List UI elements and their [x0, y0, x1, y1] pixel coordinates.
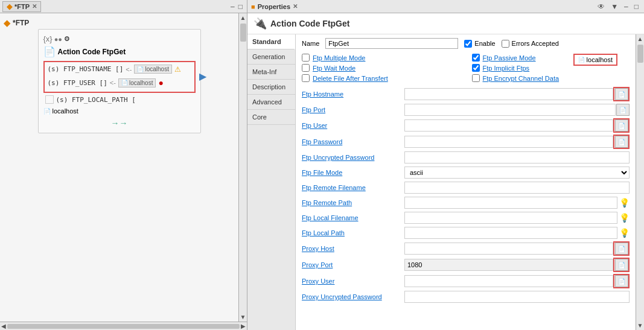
ftp-password-btn[interactable]: 📄	[615, 136, 628, 148]
right-scroll-thumb[interactable]	[637, 45, 643, 63]
properties-tab[interactable]: ■ Properties ✕	[251, 3, 298, 10]
ftp-file-mode-select[interactable]: ascii binary	[404, 167, 630, 179]
ftp-uncrypted-password-input[interactable]	[404, 151, 630, 163]
ftp-hostname-label[interactable]: Ftp Hostname	[302, 90, 404, 98]
name-input[interactable]	[325, 38, 458, 49]
ftp-implicit-ftps-link[interactable]: Ftp Implicit Ftps	[483, 65, 530, 72]
cb-ftp-wait-mode[interactable]	[302, 64, 310, 72]
sidebar-item-standard[interactable]: Standard	[247, 34, 295, 49]
ftp-user-label[interactable]: Ftp User	[302, 122, 404, 129]
ftp-user-btn[interactable]: 📄	[615, 119, 628, 132]
cb-ftp-passive-mode[interactable]	[472, 54, 480, 62]
cb-delete-file[interactable]	[302, 74, 310, 82]
minimize-right-btn[interactable]: –	[622, 2, 630, 11]
sidebar-item-description[interactable]: Description	[247, 80, 295, 95]
user-badge: 📄 localhost	[118, 78, 156, 87]
sidebar-item-generation[interactable]: Generation	[247, 49, 295, 65]
ftp-port-btn[interactable]: 📄	[616, 104, 630, 116]
scroll-down-btn[interactable]: ▼	[239, 313, 247, 322]
enable-checkbox[interactable]	[464, 40, 472, 48]
node-title: 📄 Action Code FtpGet	[43, 46, 196, 57]
table-row: (s) FTP_LOCAL_PATH [	[43, 94, 196, 105]
errors-accepted-checkbox[interactable]	[502, 40, 509, 48]
action-header: 🔌 Action Code FtpGet	[247, 13, 644, 34]
proxy-user-btn-group: 📄	[613, 274, 630, 288]
ftp-local-filename-input[interactable]	[404, 212, 617, 224]
cb-ftp-encrypt[interactable]	[472, 74, 480, 82]
scroll-up-btn[interactable]: ▲	[239, 13, 247, 22]
vertical-scrollbar-left[interactable]: ▲ ▼	[238, 13, 247, 322]
ftp-remote-path-input[interactable]	[404, 197, 617, 209]
cb-ftp-multiple-mode[interactable]	[302, 54, 310, 62]
chevron-down-icon[interactable]: ▼	[609, 2, 620, 11]
sidebar-item-core[interactable]: Core	[247, 110, 295, 125]
ftp-user-btn-group: 📄	[613, 118, 630, 133]
ftp-port-input[interactable]	[404, 104, 616, 116]
enable-label: Enable	[474, 40, 495, 47]
proxy-user-label[interactable]: Proxy User	[302, 278, 404, 285]
ftp-passive-mode-link[interactable]: Ftp Passive Mode	[483, 54, 536, 62]
ftp-password-label[interactable]: Ftp Password	[302, 138, 404, 145]
proxy-host-input[interactable]	[404, 243, 613, 255]
name-label: Name	[302, 40, 319, 47]
maximize-btn[interactable]: □	[237, 2, 244, 11]
ftp-tab-close[interactable]: ✕	[32, 3, 37, 10]
enable-row: Enable	[464, 40, 495, 48]
delete-file-link[interactable]: Delete File After Transfert	[313, 75, 388, 82]
ftp-encrypt-link[interactable]: Ftp Encrypt Channel Data	[483, 75, 560, 82]
proxy-uncrypted-password-input[interactable]	[404, 291, 630, 303]
option-delete-file: Delete File After Transfert	[302, 74, 460, 82]
node-name: Action Code FtpGet	[58, 48, 126, 56]
proxy-user-btn[interactable]: 📄	[615, 275, 628, 287]
ftp-remote-filename-label[interactable]: Ftp Remote Filename	[302, 184, 404, 191]
right-scroll-down-btn[interactable]: ▼	[636, 321, 644, 330]
hscroll-thumb[interactable]	[7, 324, 240, 329]
footer-label: localhost	[53, 107, 78, 115]
ftp-password-input[interactable]	[404, 136, 613, 148]
scroll-thumb[interactable]	[240, 24, 246, 42]
proxy-port-label[interactable]: Proxy Port	[302, 261, 404, 268]
view-icon[interactable]: 👁	[596, 2, 607, 11]
ftp-file-mode-label[interactable]: Ftp File Mode	[302, 169, 404, 176]
ftp-tab[interactable]: ◆ *FTP ✕	[2, 1, 41, 12]
form-row-ftp-password: Ftp Password 📄	[302, 135, 630, 149]
ftp-hostname-input[interactable]	[404, 88, 613, 100]
ftp-user-input[interactable]	[404, 119, 613, 132]
form-section: Ftp Hostname 📄 Ftp Port 📄 Ftp User	[302, 87, 630, 303]
ftp-local-filename-lightbulb: 💡	[619, 213, 630, 223]
ftp-local-path-input[interactable]	[404, 227, 617, 239]
right-arrow: ▶	[199, 71, 206, 82]
properties-tab-close[interactable]: ✕	[293, 3, 298, 10]
cb-ftp-implicit-ftps[interactable]	[472, 64, 480, 72]
minimize-btn[interactable]: –	[229, 2, 237, 11]
right-scroll-up-btn[interactable]: ▲	[636, 34, 644, 43]
proxy-host-label[interactable]: Proxy Host	[302, 245, 404, 252]
ftp-uncrypted-password-label[interactable]: Ftp Uncrypted Password	[302, 154, 404, 161]
proxy-host-btn[interactable]: 📄	[615, 243, 628, 255]
hscroll-left-btn[interactable]: ◀	[1, 323, 6, 329]
ftp-hostname-btn[interactable]: 📄	[615, 88, 628, 100]
form-row-ftp-file-mode: Ftp File Mode ascii binary	[302, 166, 630, 179]
proxy-uncrypted-password-label[interactable]: Proxy Uncrypted Password	[302, 293, 404, 300]
ftp-local-filename-label[interactable]: Ftp Local Filename	[302, 214, 404, 221]
ftp-wait-mode-link[interactable]: Ftp Wait Mode	[313, 65, 355, 72]
horizontal-scrollbar[interactable]: ◀ ▶	[0, 322, 247, 330]
ftp-multiple-mode-link[interactable]: Ftp Multiple Mode	[313, 54, 365, 62]
proxy-user-input[interactable]	[404, 275, 613, 287]
form-row-ftp-local-path: Ftp Local Path 💡	[302, 226, 630, 240]
ftp-tab-label: *FTP	[14, 3, 30, 10]
ftp-remote-filename-input[interactable]	[404, 182, 630, 194]
ftp-local-path-label[interactable]: Ftp Local Path	[302, 229, 404, 236]
proxy-port-btn[interactable]: 📄	[615, 259, 628, 271]
sidebar-item-advanced[interactable]: Advanced	[247, 95, 295, 110]
form-row-ftp-remote-filename: Ftp Remote Filename	[302, 181, 630, 194]
ftp-remote-path-label[interactable]: Ftp Remote Path	[302, 199, 404, 206]
ftp-port-label[interactable]: Ftp Port	[302, 106, 404, 113]
maximize-right-btn[interactable]: □	[633, 2, 640, 11]
right-scrollbar[interactable]: ▲ ▼	[636, 34, 644, 330]
sidebar-item-meta-inf[interactable]: Meta-Inf	[247, 65, 295, 80]
proxy-port-input[interactable]	[404, 259, 613, 271]
hscroll-right-btn[interactable]: ▶	[241, 323, 246, 329]
left-panel: ◆ *FTP ✕ – □ ◆ *FTP {x} ●● ⚙ 📄	[0, 0, 247, 330]
stop-icon: ●	[158, 78, 163, 87]
